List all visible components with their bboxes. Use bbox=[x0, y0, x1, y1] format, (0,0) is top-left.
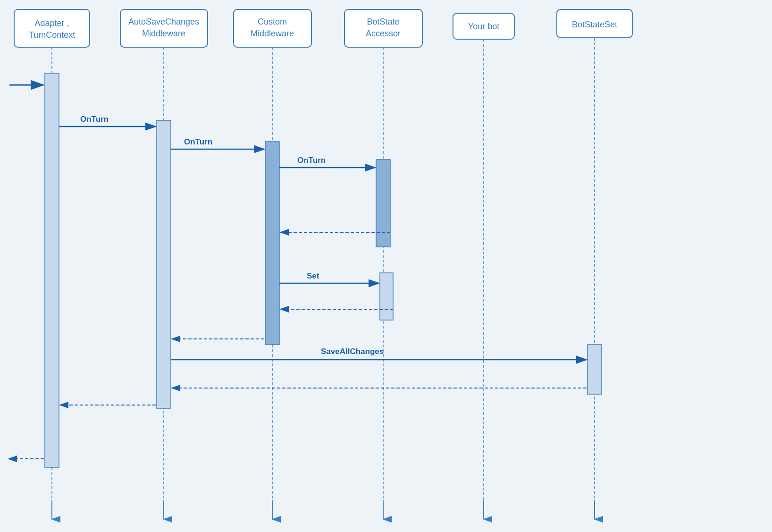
actor-autosave-label1: AutoSaveChanges bbox=[128, 17, 199, 26]
activation-custom bbox=[265, 142, 279, 345]
actor-custom-label2: Middleware bbox=[251, 29, 294, 38]
actor-adapter-box bbox=[14, 9, 90, 47]
actor-botstateset-label: BotStateSet bbox=[572, 20, 617, 29]
label-onturn-2: OnTurn bbox=[184, 137, 212, 146]
label-set: Set bbox=[307, 271, 319, 280]
actor-custom-label1: Custom bbox=[258, 17, 287, 26]
label-saveallchanges: SaveAllChanges bbox=[321, 347, 384, 356]
label-onturn-1: OnTurn bbox=[80, 115, 109, 124]
actor-autosave-box bbox=[120, 9, 208, 47]
label-onturn-3: OnTurn bbox=[297, 156, 326, 165]
activation-adapter bbox=[45, 73, 59, 467]
actor-custom-box bbox=[234, 9, 311, 47]
activation-autosave bbox=[157, 120, 171, 408]
actor-botstate-box bbox=[344, 9, 422, 47]
actor-botstate-label2: Accessor bbox=[366, 29, 401, 38]
actor-adapter-label1: Adapter , bbox=[34, 18, 69, 28]
activation-botstate-onturn bbox=[376, 160, 390, 247]
actor-yourbot-label: Your bot bbox=[468, 22, 499, 31]
activation-botstate-set bbox=[380, 273, 393, 320]
sequence-diagram: Adapter , TurnContext AutoSaveChanges Mi… bbox=[0, 0, 772, 532]
diagram-container: Adapter , TurnContext AutoSaveChanges Mi… bbox=[0, 0, 772, 532]
actor-botstate-label1: BotState bbox=[367, 17, 399, 26]
activation-botstateset bbox=[587, 345, 602, 394]
background bbox=[0, 0, 772, 532]
actor-adapter-label2: TurnContext bbox=[29, 30, 75, 40]
actor-autosave-label2: Middleware bbox=[142, 29, 185, 38]
